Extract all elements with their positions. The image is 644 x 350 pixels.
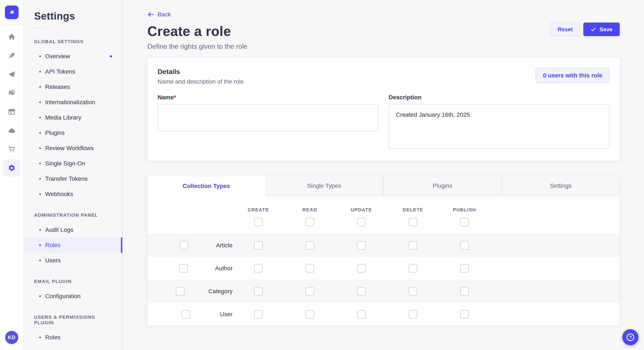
sidebar-item-overview[interactable]: Overview [24,49,122,64]
select-all-read-checkbox[interactable] [306,218,314,226]
select-all-delete-checkbox[interactable] [409,218,417,226]
permissions-tabs: Collection Types Single Types Plugins Se… [147,176,620,196]
author-update-checkbox[interactable] [357,264,366,273]
sidebar-item-media-library[interactable]: Media Library [24,110,122,125]
row-select-checkbox[interactable] [182,310,190,319]
column-header-publish: PUBLISH [439,207,490,213]
sidebar-item-single-sign-on[interactable]: Single Sign-On [24,156,122,171]
category-create-checkbox[interactable] [254,287,262,296]
row-select-checkbox[interactable] [180,241,188,250]
users-with-role-button[interactable]: 0 users with this role [536,68,610,83]
cloud-icon[interactable] [8,127,16,134]
check-icon [590,26,596,32]
strapi-logo-icon [8,8,16,16]
feather-icon[interactable] [8,52,16,59]
sidebar-item-plugins[interactable]: Plugins [24,125,122,141]
send-icon[interactable] [8,71,16,78]
strapi-logo[interactable] [5,5,18,19]
select-all-create-checkbox[interactable] [254,218,262,226]
row-label: Category [208,288,232,295]
row-select-checkbox[interactable] [176,287,184,296]
select-all-publish-checkbox[interactable] [460,218,469,226]
bullet-icon [39,260,41,261]
article-read-checkbox[interactable] [306,241,314,250]
author-publish-checkbox[interactable] [460,264,469,273]
layout-icon[interactable] [8,108,16,116]
section-global-settings: GLOBAL SETTINGS Overview API Tokens Rele… [24,39,122,202]
section-header: GLOBAL SETTINGS [24,39,122,44]
bullet-icon [39,244,41,246]
app-window: KD Settings GLOBAL SETTINGS Overview API… [0,0,644,350]
icon-rail: KD [0,0,24,350]
user-read-checkbox[interactable] [306,310,314,319]
bullet-icon [39,295,41,297]
bullet-icon [39,147,41,149]
article-publish-checkbox[interactable] [460,241,469,250]
sidebar-item-roles[interactable]: Roles [24,237,122,253]
name-input[interactable] [158,104,378,131]
permissions-card: Collection Types Single Types Plugins Se… [147,176,620,326]
section-users-permissions-plugin: USERS & PERMISSIONS PLUGIN Roles Provide… [24,315,122,350]
row-label: User [220,311,232,318]
bullet-icon [39,101,41,103]
sidebar-item-configuration[interactable]: Configuration [24,289,122,304]
sidebar-item-webhooks[interactable]: Webhooks [24,186,122,202]
media-icon[interactable] [8,89,16,97]
row-label: Author [215,265,233,272]
sidebar-item-releases[interactable]: Releases [24,79,122,95]
table-row-category: Category [147,280,620,303]
bullet-icon [39,193,41,195]
tab-single-types[interactable]: Single Types [265,176,383,196]
user-avatar[interactable]: KD [5,331,18,344]
sidebar-item-audit-logs[interactable]: Audit Logs [24,222,122,237]
article-delete-checkbox[interactable] [409,241,417,250]
tab-plugins[interactable]: Plugins [383,176,502,196]
arrow-left-icon [147,11,154,18]
required-asterisk: * [174,94,176,101]
section-administration-panel: ADMINISTRATION PANEL Audit Logs Roles Us… [24,212,122,268]
sidebar-item-transfer-tokens[interactable]: Transfer Tokens [24,171,122,186]
rail-nav [3,33,20,172]
article-create-checkbox[interactable] [254,241,262,250]
home-icon[interactable] [8,33,16,41]
author-create-checkbox[interactable] [254,264,262,273]
user-create-checkbox[interactable] [254,310,262,319]
sidebar-item-up-roles[interactable]: Roles [24,330,122,345]
category-delete-checkbox[interactable] [409,287,417,296]
save-button[interactable]: Save [583,22,620,36]
page-title: Create a role [147,23,248,39]
user-publish-checkbox[interactable] [460,310,469,319]
category-read-checkbox[interactable] [306,287,314,296]
section-email-plugin: EMAIL PLUGIN Configuration [24,279,122,304]
sidebar-item-review-workflows[interactable]: Review Workflows [24,141,122,156]
help-button[interactable]: ? [622,329,638,345]
user-delete-checkbox[interactable] [409,310,417,319]
author-delete-checkbox[interactable] [409,264,417,273]
sidebar-item-users[interactable]: Users [24,253,122,268]
user-update-checkbox[interactable] [357,310,366,319]
section-header: EMAIL PLUGIN [24,279,122,284]
sidebar-title: Settings [24,10,122,22]
column-header-delete: DELETE [387,207,439,213]
sidebar-item-providers[interactable]: Providers [24,345,122,350]
reset-button[interactable]: Reset [550,22,580,36]
section-header: USERS & PERMISSIONS PLUGIN [24,315,122,326]
back-link[interactable]: Back [147,11,171,18]
category-publish-checkbox[interactable] [460,287,469,296]
notification-dot-icon [110,55,112,57]
main-content: Back Create a role Define the rights giv… [123,0,644,350]
sidebar-item-internationalization[interactable]: Internationalization [24,95,122,110]
cart-icon[interactable] [8,146,16,153]
tab-collection-types[interactable]: Collection Types [147,176,265,196]
row-label: Article [216,242,232,249]
select-all-update-checkbox[interactable] [357,218,366,226]
section-header: ADMINISTRATION PANEL [24,212,122,218]
gear-icon[interactable] [3,160,20,176]
article-update-checkbox[interactable] [357,241,366,250]
row-select-checkbox[interactable] [179,264,188,273]
category-update-checkbox[interactable] [357,287,366,296]
sidebar-item-api-tokens[interactable]: API Tokens [24,64,122,79]
description-textarea[interactable]: Created January 16th, 2025 [389,104,610,149]
tab-settings[interactable]: Settings [502,176,620,196]
author-read-checkbox[interactable] [306,264,314,273]
